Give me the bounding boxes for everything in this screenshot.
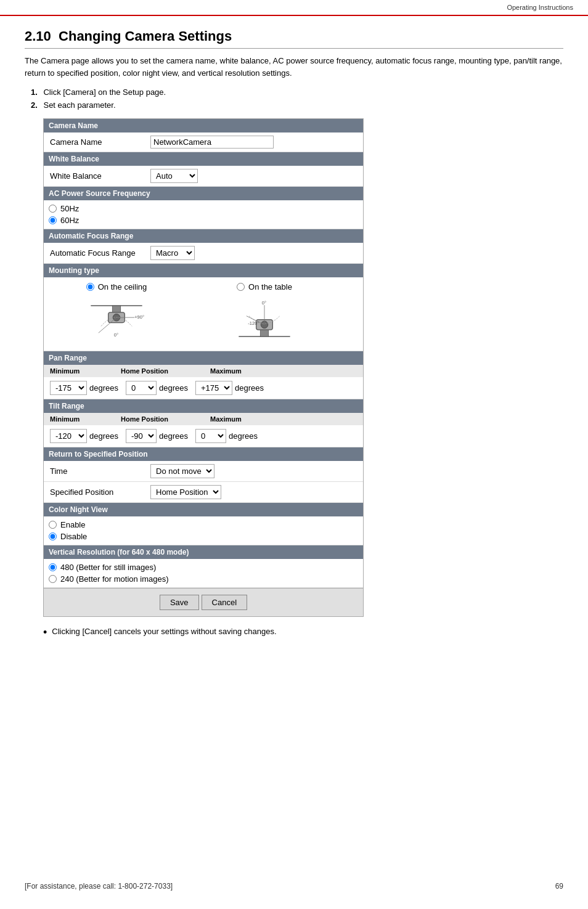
steps: 1. Click [Camera] on the Setup page. 2. …: [31, 88, 563, 110]
svg-rect-9: [260, 329, 268, 336]
time-select[interactable]: Do not move 30 seconds 1 minute 2 minute…: [150, 464, 214, 478]
white-balance-label: White Balance: [50, 171, 145, 181]
pan-range-section: Pan Range Minimum Home Position Maximum …: [44, 351, 363, 399]
pan-min-select[interactable]: -175-150-120: [50, 381, 87, 395]
mounting-ceiling-label: On the ceiling: [98, 282, 147, 291]
return-position-header: Return to Specified Position: [44, 447, 363, 461]
vr-480-item: 480 (Better for still images): [49, 563, 358, 572]
ac-60hz-item: 60Hz: [49, 216, 358, 225]
tilt-home-unit: degrees: [159, 431, 188, 441]
pan-range-header: Pan Range: [44, 351, 363, 365]
svg-text:0°: 0°: [262, 300, 266, 306]
bullet-text: Clicking [Cancel] cancels your settings …: [52, 627, 276, 636]
ceiling-diagram: +90° 0°: [86, 296, 147, 346]
color-night-view-header: Color Night View: [44, 503, 363, 516]
tilt-range-header: Tilt Range: [44, 399, 363, 413]
specified-position-label: Specified Position: [50, 487, 145, 497]
tilt-min-select[interactable]: -120-90-60: [50, 429, 87, 443]
vertical-resolution-radio-group: 480 (Better for still images) 240 (Bette…: [44, 559, 363, 587]
vr-240-label: 240 (Better for motion images): [60, 574, 169, 584]
pan-home-select[interactable]: 0: [126, 381, 157, 395]
tilt-col-min: Minimum: [50, 415, 121, 423]
mounting-table-radio[interactable]: [237, 283, 245, 291]
return-position-section: Return to Specified Position Time Do not…: [44, 447, 363, 503]
content: 2.10 Changing Camera Settings The Camera…: [0, 16, 588, 669]
section-number: 2.10: [25, 28, 51, 44]
white-balance-section: White Balance White Balance Auto Indoor …: [44, 152, 363, 187]
ac-power-radio-group: 50Hz 60Hz: [44, 200, 363, 229]
camera-name-label: Camera Name: [50, 137, 145, 147]
auto-focus-select[interactable]: Macro Normal Full: [150, 246, 195, 260]
cnv-enable-item: Enable: [49, 520, 358, 529]
pan-home-unit: degrees: [159, 383, 188, 393]
svg-line-6: [99, 317, 116, 333]
cnv-disable-label: Disable: [60, 532, 87, 541]
auto-focus-section: Automatic Focus Range Automatic Focus Ra…: [44, 229, 363, 264]
auto-focus-row: Automatic Focus Range Macro Normal Full: [44, 243, 363, 263]
mounting-table-option: On the table: [197, 282, 332, 346]
mounting-type-header: Mounting type: [44, 264, 363, 277]
tilt-max-select[interactable]: 020: [195, 429, 226, 443]
ac-60hz-radio[interactable]: [49, 216, 57, 224]
vr-240-radio[interactable]: [49, 575, 57, 583]
mounting-type-section: Mounting type On the ceiling: [44, 264, 363, 351]
top-bar: Operating Instructions: [0, 0, 588, 16]
mounting-type-row: On the ceiling: [44, 277, 363, 351]
step-1: 1. Click [Camera] on the Setup page.: [31, 88, 563, 97]
save-button[interactable]: Save: [160, 595, 199, 610]
pan-col-home: Home Position: [121, 367, 210, 375]
camera-name-row: Camera Name: [44, 132, 363, 152]
mounting-ceiling-label-row: On the ceiling: [86, 282, 147, 291]
tilt-max-unit: degrees: [229, 431, 258, 441]
ac-50hz-label: 50Hz: [60, 204, 79, 213]
mounting-ceiling-radio[interactable]: [86, 283, 94, 291]
cnv-disable-radio[interactable]: [49, 532, 57, 540]
vertical-resolution-header: Vertical Resolution (for 640 x 480 mode): [44, 545, 363, 559]
pan-max-select[interactable]: +175+150: [195, 381, 232, 395]
color-night-view-section: Color Night View Enable Disable: [44, 503, 363, 545]
ac-power-header: AC Power Source Frequency: [44, 187, 363, 200]
cnv-enable-radio[interactable]: [49, 521, 57, 529]
breadcrumb: Operating Instructions: [507, 4, 573, 11]
vr-480-radio[interactable]: [49, 563, 57, 571]
ac-50hz-item: 50Hz: [49, 204, 358, 213]
vr-240-item: 240 (Better for motion images): [49, 574, 358, 584]
tilt-home-select[interactable]: -900: [126, 429, 157, 443]
footer-bar: [For assistance, please call: 1-800-272-…: [0, 882, 588, 891]
pan-range-col-headers: Minimum Home Position Maximum: [44, 365, 363, 377]
specified-position-select[interactable]: Home Position Position 1 Position 2 Posi…: [150, 485, 221, 499]
settings-box: Camera Name Camera Name White Balance Wh…: [43, 118, 364, 617]
button-row: Save Cancel: [44, 588, 363, 616]
ac-50hz-radio[interactable]: [49, 205, 57, 213]
camera-name-header: Camera Name: [44, 119, 363, 132]
ac-60hz-label: 60Hz: [60, 216, 79, 225]
svg-text:0°: 0°: [114, 332, 118, 338]
auto-focus-label: Automatic Focus Range: [50, 248, 145, 258]
bullet-dot: •: [43, 627, 47, 638]
cnv-enable-label: Enable: [60, 520, 85, 529]
section-heading: Changing Camera Settings: [59, 28, 232, 44]
vertical-resolution-section: Vertical Resolution (for 640 x 480 mode)…: [44, 545, 363, 588]
tilt-range-col-headers: Minimum Home Position Maximum: [44, 413, 363, 425]
bullet-item: • Clicking [Cancel] cancels your setting…: [43, 627, 563, 638]
camera-name-input[interactable]: [150, 136, 274, 149]
tilt-col-max: Maximum: [210, 415, 272, 423]
color-night-view-radio-group: Enable Disable: [44, 516, 363, 545]
page-container: Operating Instructions 2.10 Changing Cam…: [0, 0, 588, 909]
pan-col-max: Maximum: [210, 367, 272, 375]
cnv-disable-item: Disable: [49, 532, 358, 541]
step-2: 2. Set each parameter.: [31, 100, 563, 110]
cancel-button[interactable]: Cancel: [202, 595, 247, 610]
tilt-range-section: Tilt Range Minimum Home Position Maximum…: [44, 399, 363, 447]
intro-text: The Camera page allows you to set the ca…: [25, 55, 563, 79]
white-balance-header: White Balance: [44, 152, 363, 166]
time-label: Time: [50, 467, 145, 476]
mounting-ceiling-option: On the ceiling: [49, 282, 184, 346]
svg-text:+90°: +90°: [134, 314, 144, 320]
time-row: Time Do not move 30 seconds 1 minute 2 m…: [44, 461, 363, 481]
pan-range-values: -175-150-120 degrees 0 degrees +175+150 …: [44, 377, 363, 399]
specified-position-row: Specified Position Home Position Positio…: [44, 481, 363, 502]
section-title: 2.10 Changing Camera Settings: [25, 28, 563, 49]
ac-power-section: AC Power Source Frequency 50Hz 60Hz: [44, 187, 363, 229]
white-balance-select[interactable]: Auto Indoor Outdoor Manual: [150, 169, 198, 183]
